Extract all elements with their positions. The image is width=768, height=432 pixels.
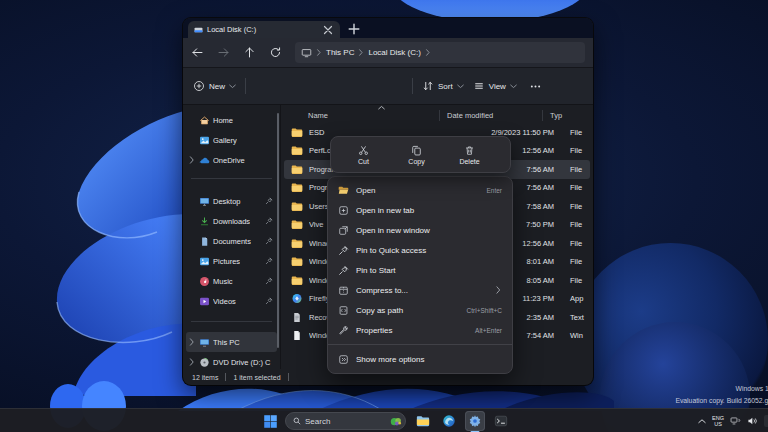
command-bar: New Sort View (183, 68, 593, 105)
context-menu-item[interactable]: Copy as path Ctrl+Shift+C (332, 300, 508, 320)
search-box[interactable]: Search (285, 412, 406, 430)
taskbar-app-button[interactable] (491, 411, 511, 431)
pictures-icon (199, 256, 210, 267)
language-indicator[interactable]: ENG US (712, 415, 724, 427)
explorer-tab[interactable]: Local Disk (C:) (188, 21, 340, 38)
taskbar-app-button[interactable] (439, 411, 459, 431)
breadcrumb-this-pc[interactable]: This PC (326, 48, 354, 57)
downloads-icon (199, 216, 210, 227)
sort-label: Sort (438, 82, 453, 91)
new-item-icon (193, 80, 205, 92)
start-button[interactable] (263, 414, 278, 429)
menu-item-label: Pin to Start (356, 266, 495, 275)
volume-icon[interactable] (747, 416, 758, 426)
sidebar-item[interactable]: DVD Drive (D:) C (186, 352, 277, 372)
file-type: File (554, 165, 590, 174)
quick-action[interactable]: Copy (390, 145, 443, 165)
pin-icon (338, 245, 349, 256)
search-highlights-icon[interactable] (389, 415, 403, 428)
taskbar-app-button[interactable] (465, 411, 485, 431)
sidebar-item[interactable]: Home (186, 110, 277, 130)
column-header-date-modified[interactable]: Date modified (439, 110, 542, 121)
context-menu-item[interactable]: Show more options (332, 349, 508, 369)
chevron-right-icon[interactable] (188, 358, 196, 366)
pin-icon (265, 217, 273, 225)
context-menu-item[interactable]: Open in new window (332, 220, 508, 240)
file-type: File (554, 202, 590, 211)
quick-action-label: Cut (358, 158, 369, 165)
quick-action-label: Delete (459, 158, 479, 165)
forward-button[interactable] (217, 46, 230, 59)
menu-item-label: Open in new tab (356, 206, 495, 215)
properties-icon (338, 325, 349, 336)
breadcrumb-local-disk[interactable]: Local Disk (C:) (368, 48, 420, 57)
pin-icon (338, 265, 349, 276)
sidebar-item[interactable]: Gallery (186, 130, 277, 150)
file-type: File (554, 220, 590, 229)
sidebar-item[interactable]: Desktop (186, 191, 277, 211)
tab-close-icon[interactable] (322, 24, 334, 36)
column-header-type[interactable]: Typ (542, 110, 593, 121)
text-doc-icon (291, 312, 303, 323)
tray-clipped-item[interactable] (764, 415, 768, 427)
cut-icon (358, 145, 369, 156)
title-bar: Local Disk (C:) (183, 18, 593, 38)
see-more-button[interactable] (529, 80, 542, 93)
navigation-bar: This PC Local Disk (C:) (183, 38, 593, 68)
desktop-screen: { "colors":{"accent":"#4cc2ff","wallpape… (0, 0, 768, 432)
new-tab-button[interactable] (348, 23, 360, 35)
taskbar-center: Search (263, 409, 511, 432)
wallpaper-bloom-bottom (178, 381, 614, 411)
edge-icon (442, 414, 456, 428)
sidebar-item[interactable]: Pictures (186, 251, 277, 271)
app-icon (291, 293, 303, 304)
quick-action[interactable]: Delete (443, 145, 496, 165)
taskbar-app-button[interactable] (413, 411, 433, 431)
context-menu-item[interactable]: Open Enter (332, 180, 508, 200)
context-menu-item[interactable]: Compress to... (332, 280, 508, 300)
sidebar-item[interactable]: Downloads (186, 211, 277, 231)
items-count: 12 items (192, 374, 218, 381)
quick-action[interactable]: Cut (337, 145, 390, 165)
sidebar-scrollbar[interactable] (277, 113, 279, 348)
system-tray: ENG US (698, 409, 768, 432)
chevron-right-icon (316, 49, 322, 56)
file-type: Win (554, 331, 590, 340)
file-type: File (554, 257, 590, 266)
sort-button[interactable]: Sort (422, 80, 464, 92)
view-button[interactable]: View (473, 80, 517, 92)
context-menu-item[interactable]: Pin to Start (332, 260, 508, 280)
hidden-icons-button[interactable] (698, 418, 706, 424)
sidebar-item[interactable]: This PC (186, 332, 277, 352)
watermark-line1: Windows 11 (660, 383, 768, 395)
new-button[interactable]: New (193, 80, 236, 92)
file-type: File (554, 276, 590, 285)
sort-icon (422, 80, 434, 92)
chevron-down-icon (510, 84, 517, 89)
back-button[interactable] (191, 46, 204, 59)
submenu-arrow-icon (495, 286, 502, 294)
context-menu-item[interactable]: Pin to Quick access (332, 240, 508, 260)
doc-icon (291, 330, 303, 341)
sidebar-item[interactable]: Music (186, 271, 277, 291)
sidebar-item[interactable]: OneDrive (186, 150, 277, 170)
context-menu-item[interactable]: Open in new tab (332, 200, 508, 220)
folder-icon (291, 201, 303, 212)
column-header-name[interactable]: Name (281, 111, 439, 120)
context-menu-item[interactable]: Properties Alt+Enter (332, 320, 508, 340)
sidebar-item[interactable]: Documents (186, 231, 277, 251)
chevron-right-icon[interactable] (188, 338, 196, 346)
dvd-icon (199, 357, 210, 368)
up-button[interactable] (243, 46, 256, 59)
refresh-button[interactable] (269, 46, 282, 59)
navigation-pane: Home Gallery OneDrive (183, 105, 281, 369)
search-icon (293, 417, 301, 425)
chevron-right-icon[interactable] (188, 156, 196, 164)
address-bar[interactable]: This PC Local Disk (C:) (295, 42, 585, 63)
status-divider (288, 373, 289, 381)
sidebar-item[interactable]: Videos (186, 291, 277, 311)
menu-item-shortcut: Ctrl+Shift+C (467, 307, 502, 314)
videos-icon (199, 296, 210, 307)
folder-icon (291, 127, 303, 138)
network-icon[interactable] (730, 416, 741, 426)
